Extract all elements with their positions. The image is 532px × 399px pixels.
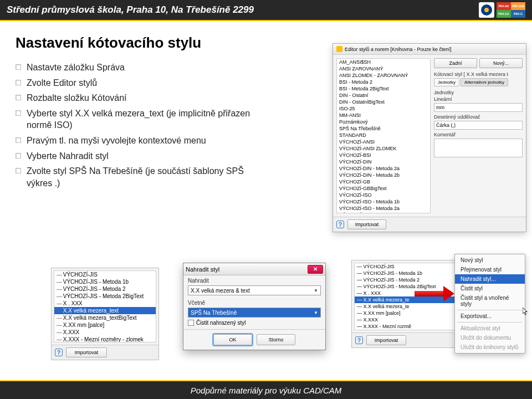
style-tree-list[interactable]: — VÝCHOZÍ-JIS— VÝCHOZÍ-JIS - Metoda 1b— … bbox=[54, 270, 156, 342]
list-item[interactable]: ISO-25 bbox=[337, 105, 430, 112]
menu-item[interactable]: Nový styl bbox=[455, 255, 525, 265]
dialog-titlebar[interactable]: Nahradit styl ✕ bbox=[183, 263, 325, 275]
dialog-titlebar[interactable]: Editor stylů a norem [Knihovna - Pouze k… bbox=[333, 44, 526, 55]
list-item[interactable]: DIN - OstatníBigText bbox=[337, 99, 430, 105]
help-icon[interactable]: ? bbox=[336, 221, 344, 228]
list-item[interactable]: — VÝCHOZÍ-JIS - Metoda 2 bbox=[355, 277, 457, 283]
list-item[interactable]: — X.XXX - Mezní rozměry - zlomek bbox=[54, 336, 156, 342]
app-icon bbox=[336, 46, 342, 52]
list-item[interactable]: — X . XXX bbox=[54, 300, 156, 307]
list-item[interactable]: — VÝCHOZÍ-JIS - Metoda 1b bbox=[355, 270, 457, 277]
style-tree-panel-right: — VÝCHOZÍ-JIS— VÝCHOZÍ-JIS - Metoda 1b— … bbox=[351, 260, 460, 348]
list-item[interactable]: VÝCHOZÍ-ANSI bbox=[337, 139, 430, 145]
chevron-down-icon: ▼ bbox=[314, 310, 318, 315]
back-button[interactable]: Zadní bbox=[434, 58, 477, 68]
list-item[interactable]: — X.XXX bbox=[54, 329, 156, 336]
list-item[interactable]: — X.XX mm [palce] bbox=[54, 321, 156, 329]
instruction-text: Vyberte styl X.X velká mezera_text (je i… bbox=[27, 108, 270, 131]
list-item[interactable]: — X.XXX - Mezní rozmě bbox=[355, 323, 457, 330]
ok-button[interactable]: OK bbox=[213, 334, 252, 345]
list-item[interactable]: STANDARD bbox=[337, 132, 430, 139]
dialog-title: Nahradit styl bbox=[186, 266, 219, 273]
header-bar: Střední průmyslová škola, Praha 10, Na T… bbox=[0, 0, 532, 20]
list-item[interactable]: ANSI ZLOMEK - ZAROVNANÝ bbox=[337, 72, 430, 79]
list-item[interactable]: — VÝCHOZÍ-JIS bbox=[54, 271, 156, 278]
bullet-icon bbox=[16, 64, 21, 70]
list-item[interactable]: VÝCHOZÍ-ISO - Metoda 1b bbox=[337, 198, 430, 205]
list-item[interactable]: — X.XXX bbox=[355, 316, 457, 323]
with-combo[interactable]: SPŠ Na Třebešíně▼ bbox=[188, 308, 321, 318]
list-item[interactable]: VÝCHOZÍ-ISO - Metoda 2a bbox=[337, 205, 430, 212]
menu-item[interactable]: Exportovat... bbox=[455, 311, 525, 321]
menu-item: Uložit do dokumentu bbox=[455, 333, 525, 342]
bullet-icon bbox=[16, 110, 21, 116]
import-button[interactable]: Importovat bbox=[347, 219, 386, 229]
list-item[interactable]: VÝCHOZÍ-DIN - Metoda 2a bbox=[337, 165, 430, 172]
list-item[interactable]: — VÝCHOZÍ-JIS - Metoda 1b bbox=[54, 278, 156, 285]
linear-field[interactable]: mm bbox=[434, 103, 523, 112]
list-item[interactable]: — VÝCHOZÍ-JIS bbox=[355, 263, 457, 270]
praha-logo: PRA HAPRA GUE PRA GAPRA G bbox=[497, 2, 525, 18]
dialog-title: Editor stylů a norem [Knihovna - Pouze k… bbox=[345, 47, 452, 52]
tab-units[interactable]: Jednotky bbox=[434, 78, 459, 86]
comment-label: Komentář bbox=[434, 132, 523, 137]
list-item[interactable]: BSI - Metoda 2BigText bbox=[337, 85, 430, 92]
list-item[interactable]: ANSI ZAROVNANÝ bbox=[337, 65, 430, 72]
help-icon[interactable]: ? bbox=[355, 336, 363, 344]
list-item[interactable]: VÝCHOZÍ-ANSI ZLOMEK bbox=[337, 145, 430, 152]
list-item[interactable]: VÝCHOZÍ-ISO - Metoda 2b bbox=[337, 212, 430, 213]
decimal-field[interactable]: Čárka (,) bbox=[434, 121, 523, 130]
school-title: Střední průmyslová škola, Praha 10, Na T… bbox=[7, 4, 254, 16]
clean-checkbox[interactable] bbox=[188, 320, 194, 326]
list-item[interactable]: VÝCHOZÍ-ISO bbox=[337, 192, 430, 198]
cancel-button[interactable]: Storno bbox=[257, 334, 295, 345]
list-item[interactable]: DIN - Ostatní bbox=[337, 92, 430, 99]
menu-item: Uložit do knihovny stylů bbox=[455, 342, 525, 352]
list-item[interactable]: AM_ANSI$SH bbox=[337, 59, 430, 65]
clean-label: Čistit nahrazený styl bbox=[196, 320, 245, 326]
units-section-label: Jednotky bbox=[434, 90, 523, 95]
import-button[interactable]: Importovat bbox=[366, 335, 406, 345]
list-item[interactable]: VÝCHOZÍ-BSI bbox=[337, 152, 430, 158]
list-item[interactable]: — X.X velká mezera_te bbox=[355, 303, 457, 310]
list-item[interactable]: — X.XX mm [palce] bbox=[355, 310, 457, 316]
help-icon[interactable]: ? bbox=[55, 349, 63, 356]
menu-item[interactable]: Nahradit styl... bbox=[455, 274, 525, 284]
list-item[interactable]: — X.X velká mezera_textBigText bbox=[54, 314, 156, 321]
menu-item[interactable]: Přejmenovat styl bbox=[455, 265, 525, 274]
style-list[interactable]: AM_ANSI$SHANSI ZAROVNANÝANSI ZLOMEK - ZA… bbox=[336, 58, 431, 213]
replace-label: Nahradit bbox=[188, 278, 321, 284]
instruction-item: Rozbalte složku Kótování bbox=[16, 92, 270, 104]
close-icon[interactable]: ✕ bbox=[308, 265, 323, 274]
import-button[interactable]: Importovat bbox=[66, 347, 107, 357]
menu-item[interactable]: Čistit styl a vnořené styly bbox=[455, 293, 525, 309]
list-item[interactable]: VÝCHOZÍ-DIN - Metoda 2b bbox=[337, 172, 430, 178]
list-item[interactable]: VÝCHOZÍ-GBBigText bbox=[337, 185, 430, 192]
instruction-item: Vyberte Nahradit styl bbox=[16, 150, 270, 162]
comment-textarea[interactable] bbox=[434, 139, 523, 157]
list-item[interactable]: — VÝCHOZÍ-JIS - Metoda 2 bbox=[54, 285, 156, 293]
list-item[interactable]: — X.X velká mezera_text bbox=[54, 307, 156, 314]
new-button[interactable]: Nový... bbox=[479, 58, 523, 68]
list-item[interactable]: SPŠ Na Třebešíně bbox=[337, 125, 430, 132]
list-item[interactable]: MM-ANSI bbox=[337, 112, 430, 119]
bullet-icon bbox=[16, 137, 21, 143]
instruction-item: Zvolte Editor stylů bbox=[16, 77, 270, 89]
list-item[interactable]: VÝCHOZÍ-GB bbox=[337, 178, 430, 185]
list-item[interactable]: — VÝCHOZÍ-JIS - Metoda 2BigText bbox=[54, 293, 156, 300]
bullet-icon bbox=[16, 168, 21, 173]
decimal-section-label: Desetinný oddělovač bbox=[434, 114, 523, 120]
replace-style-dialog: Nahradit styl ✕ Nahradit X.X velká mezer… bbox=[183, 263, 326, 350]
bullet-icon bbox=[16, 153, 21, 158]
menu-item[interactable]: Čistit styl bbox=[455, 284, 525, 293]
sps-logo bbox=[479, 2, 494, 18]
list-item[interactable]: BSI - Metoda 2 bbox=[337, 79, 430, 85]
list-item[interactable]: VÝCHOZÍ-DIN bbox=[337, 158, 430, 165]
list-item[interactable]: Poznámkový bbox=[337, 119, 430, 125]
instruction-text: Nastavte záložku Správa bbox=[27, 62, 125, 74]
context-menu[interactable]: Nový stylPřejmenovat stylNahradit styl..… bbox=[454, 254, 525, 354]
style-tree-panel-left: — VÝCHOZÍ-JIS— VÝCHOZÍ-JIS - Metoda 1b— … bbox=[51, 268, 159, 360]
tab-alt-units[interactable]: Alternativní jednotky bbox=[461, 78, 508, 86]
instruction-text: Zvolte Editor stylů bbox=[27, 77, 97, 89]
replace-combo[interactable]: X.X velká mezera & text▼ bbox=[188, 285, 321, 295]
